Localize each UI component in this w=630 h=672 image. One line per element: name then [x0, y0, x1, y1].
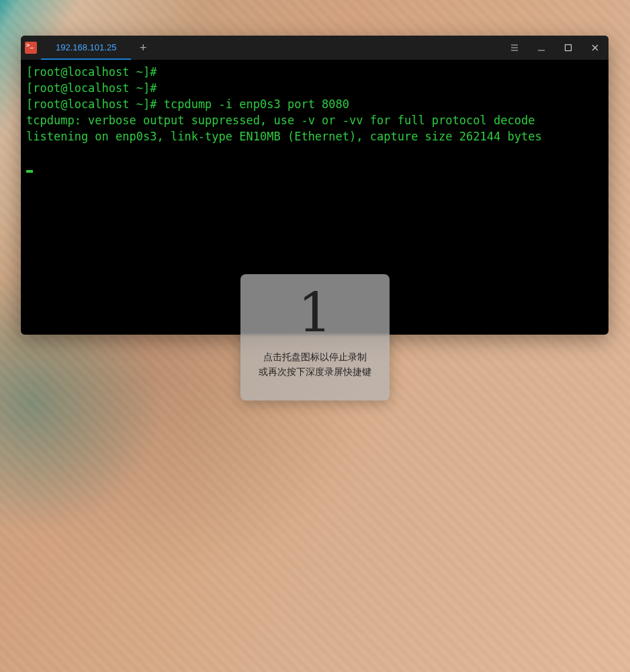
- countdown-number: 1: [298, 286, 332, 340]
- overlay-line-2: 或再次按下深度录屏快捷键: [259, 364, 371, 379]
- terminal-line: [root@localhost ~]#: [26, 80, 603, 96]
- maximize-button[interactable]: [555, 36, 582, 60]
- terminal-text-out: tcpdump: verbose output suppressed, use …: [26, 114, 535, 127]
- svg-rect-4: [566, 45, 572, 51]
- terminal-blank-line: [26, 144, 603, 161]
- plus-icon: +: [140, 41, 147, 55]
- minimize-button[interactable]: [528, 36, 555, 60]
- terminal-app-icon: [21, 36, 41, 60]
- menu-button[interactable]: [501, 36, 528, 60]
- title-bar-spacer: [155, 36, 501, 60]
- tab-group: 192.168.101.25 +: [21, 36, 155, 60]
- minimize-icon: [537, 44, 545, 52]
- countdown-message: 点击托盘图标以停止录制 或再次按下深度录屏快捷键: [259, 349, 371, 379]
- tab-active[interactable]: 192.168.101.25: [41, 36, 131, 60]
- tab-label: 192.168.101.25: [56, 42, 116, 52]
- terminal-text-cmd: tcpdump -i enp0s3 port 8080: [164, 97, 349, 111]
- hamburger-icon: [510, 43, 519, 52]
- close-icon: [591, 44, 599, 52]
- window-title-bar[interactable]: 192.168.101.25 +: [21, 36, 609, 60]
- screen-record-countdown-overlay: 1 点击托盘图标以停止录制 或再次按下深度录屏快捷键: [240, 274, 390, 401]
- terminal-cursor-line: [26, 161, 603, 177]
- terminal-line: [root@localhost ~]# tcpdump -i enp0s3 po…: [26, 96, 603, 112]
- window-controls: [501, 36, 609, 60]
- terminal-line: [root@localhost ~]#: [26, 64, 603, 80]
- maximize-icon: [564, 44, 572, 52]
- desktop-background: 192.168.101.25 +: [0, 0, 630, 672]
- close-button[interactable]: [582, 36, 609, 60]
- terminal-line: listening on enp0s3, link-type EN10MB (E…: [26, 128, 603, 144]
- terminal-text-prompt: [root@localhost ~]#: [26, 65, 156, 79]
- terminal-icon: [25, 42, 37, 54]
- terminal-text-prompt: [root@localhost ~]#: [26, 97, 164, 111]
- terminal-cursor: [26, 170, 33, 173]
- terminal-text-out: listening on enp0s3, link-type EN10MB (E…: [26, 130, 542, 143]
- new-tab-button[interactable]: +: [131, 36, 155, 60]
- terminal-text-prompt: [root@localhost ~]#: [26, 81, 156, 95]
- terminal-line: tcpdump: verbose output suppressed, use …: [26, 112, 603, 128]
- overlay-line-1: 点击托盘图标以停止录制: [259, 349, 371, 364]
